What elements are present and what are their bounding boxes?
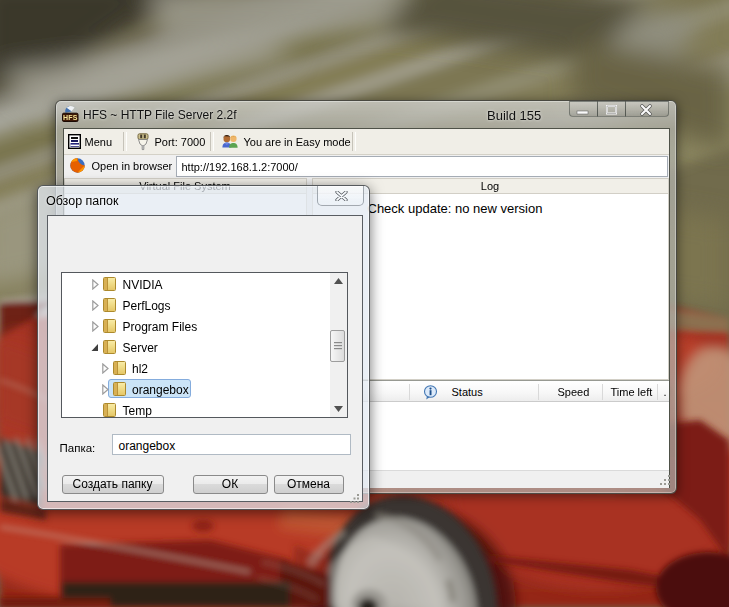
- svg-text:HFS: HFS: [63, 114, 78, 121]
